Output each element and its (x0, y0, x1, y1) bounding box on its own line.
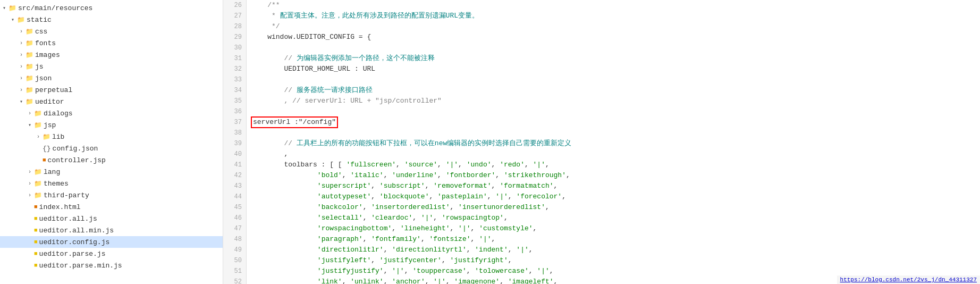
token: , (554, 277, 558, 284)
tree-label: lib (52, 133, 64, 141)
token: , (437, 160, 446, 170)
tree-item-ueditor.parse.min.js[interactable]: ■ueditor.parse.min.js (0, 260, 223, 271)
token: '|' (516, 245, 528, 255)
tree-item-ueditor.all.min.js[interactable]: ■ueditor.all.min.js (0, 224, 223, 236)
tree-label: ueditor.all.min.js (39, 227, 114, 235)
line-number: 28 (227, 21, 242, 32)
token: 'justifycenter' (379, 255, 442, 266)
code-line: 'backcolor', 'insertorderedlist', 'inser… (251, 202, 976, 213)
folder-icon: 📁 (17, 16, 25, 24)
token: 'autotypeset' (317, 191, 371, 202)
tree-label: controller.jsp (48, 156, 106, 164)
code-line (251, 74, 976, 85)
tree-item-dialogs[interactable]: ›📁dialogs (0, 107, 223, 119)
file-icon: ■ (34, 262, 38, 269)
file-icon: ■ (34, 227, 38, 233)
token (251, 277, 317, 284)
tree-arrow: ▾ (0, 5, 9, 11)
token: , (508, 255, 512, 266)
tree-label: static (27, 16, 52, 24)
tree-item-json[interactable]: ›📁json (0, 72, 223, 84)
code-line (251, 106, 976, 117)
token (251, 181, 317, 191)
token: 'link' (317, 277, 342, 284)
token: 'rowspacingbottom' (317, 223, 392, 234)
token: , (504, 213, 508, 223)
tree-item-themes[interactable]: ›📁themes (0, 178, 223, 189)
token: , (450, 223, 459, 234)
token: 配置项主体。注意，此处所有涉及到路径的配置别遗漏URL变量。 (280, 11, 479, 21)
tree-item-fonts[interactable]: ›📁fonts (0, 37, 223, 49)
tree-item-lib[interactable]: ›📁lib (0, 131, 223, 143)
tree-item-config.json[interactable]: {}config.json (0, 143, 223, 154)
code-line: 'justifyjustify', '|', 'touppercase', 't… (251, 266, 976, 277)
tree-item-ueditor.all.js[interactable]: ■ueditor.all.js (0, 213, 223, 224)
token: 'justifyjustify' (317, 266, 384, 277)
tree-item-js[interactable]: ›📁js (0, 61, 223, 72)
tree-item-index.html[interactable]: ■index.html (0, 201, 223, 213)
token: 'italic' (350, 170, 383, 181)
token: , (371, 191, 379, 202)
token: 'removeformat' (433, 181, 491, 191)
token: '|' (392, 266, 404, 277)
line-number: 37 (227, 117, 242, 128)
token: '|' (458, 223, 470, 234)
token: , (384, 245, 392, 255)
tree-item-jsp[interactable]: ▾📁jsp (0, 119, 223, 131)
folder-icon: 📁 (43, 133, 50, 141)
url-hint[interactable]: https://blog.csdn.net/2vs_j/dn_44311327 (837, 275, 980, 284)
tree-item-src-main-resources[interactable]: ▾📁src/main/resources (0, 2, 223, 14)
token: 'insertorderedlist' (371, 202, 450, 213)
folder-icon: 📁 (26, 51, 33, 59)
token: toolbars : [ [ (251, 160, 346, 170)
token: , (371, 181, 379, 191)
token: 'touppercase' (412, 266, 466, 277)
tree-item-perpetual[interactable]: ›📁perpetual (0, 84, 223, 96)
tree-item-ueditor[interactable]: ▾📁ueditor (0, 96, 223, 107)
token: , (442, 255, 450, 266)
token: , (437, 170, 446, 181)
token: 'customstyle' (479, 223, 533, 234)
token: */ (251, 21, 280, 32)
folder-icon: 📁 (26, 98, 33, 106)
token: 'justifyright' (450, 255, 508, 266)
tree-label: config.json (53, 145, 98, 153)
tree-item-controller.jsp[interactable]: ■controller.jsp (0, 154, 223, 166)
tree-item-static[interactable]: ▾📁static (0, 14, 223, 26)
code-line: UEDITOR_HOME_URL : URL (251, 64, 976, 74)
tree-item-lang[interactable]: ›📁lang (0, 166, 223, 178)
folder-icon: 📁 (9, 4, 16, 12)
tree-item-third-party[interactable]: ›📁third-party (0, 189, 223, 201)
tree-item-images[interactable]: ›📁images (0, 49, 223, 61)
token: 'redo' (500, 160, 525, 170)
tree-label: ueditor.config.js (39, 238, 110, 246)
token: , (404, 266, 413, 277)
tree-item-css[interactable]: ›📁css (0, 26, 223, 37)
file-icon: ■ (34, 239, 38, 245)
code-line: 'directionlitlr', 'directionlityrtl', 'i… (251, 245, 976, 255)
code-line: 'rowspacingbottom', 'lineheight', '|', '… (251, 223, 976, 234)
tree-label: images (35, 51, 60, 59)
line-number: 42 (227, 170, 242, 181)
folder-icon: 📁 (26, 86, 33, 94)
tree-arrow: › (17, 29, 26, 35)
tree-item-ueditor.parse.js[interactable]: ■ueditor.parse.js (0, 248, 223, 260)
tree-label: index.html (39, 203, 81, 211)
token: , (545, 160, 550, 170)
line-number: 26 (227, 0, 242, 11)
tree-item-ueditor.config.js[interactable]: ■ueditor.config.js (0, 236, 223, 248)
token: 'fontborder' (446, 170, 496, 181)
token: , (446, 277, 454, 284)
code-line: 'superscript', 'subscript', 'removeforma… (251, 181, 976, 191)
token (251, 245, 317, 255)
line-number: 36 (227, 106, 242, 117)
token: UEDITOR_HOME_URL : URL (251, 64, 375, 74)
line-number: 29 (227, 32, 242, 43)
token: // (251, 138, 297, 149)
tree-label: lang (44, 168, 60, 176)
tree-label: perpetual (35, 86, 72, 94)
tree-label: json (35, 74, 52, 82)
token: , (363, 213, 371, 223)
code-line: , (251, 149, 976, 160)
line-number: 39 (227, 138, 242, 149)
